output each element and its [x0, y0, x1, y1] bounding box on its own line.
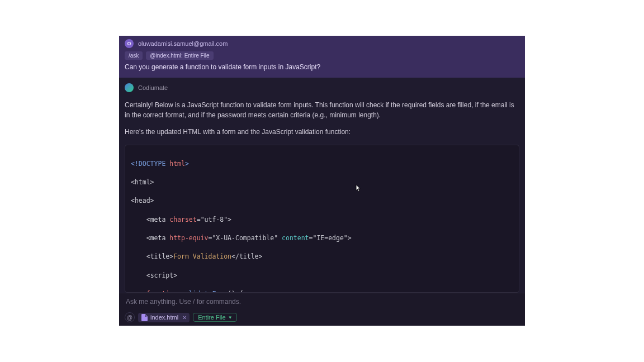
code-token: ="IE=edge">	[309, 234, 352, 242]
user-avatar: O	[125, 39, 134, 48]
user-question: Can you generate a function to validate …	[119, 63, 525, 78]
bot-header: Codiumate	[119, 78, 525, 97]
user-row: O oluwadamisi.samuel@gmail.com	[125, 39, 519, 48]
input-section: Ask me anything. Use / for commands. @ i…	[119, 293, 525, 326]
bot-name: Codiumate	[138, 84, 168, 91]
chat-panel: O oluwadamisi.samuel@gmail.com /ask @ind…	[119, 36, 525, 326]
code-token: html	[169, 160, 185, 168]
close-icon[interactable]: ✕	[181, 315, 187, 321]
bot-message: Codiumate Certainly! Below is a JavaScri…	[119, 78, 525, 293]
scope-chip-label: Entire File	[198, 314, 226, 321]
code-token: <!DOCTYPE	[131, 160, 169, 168]
mention-icon[interactable]: @	[125, 312, 135, 322]
file-icon	[141, 314, 148, 321]
chat-input[interactable]: Ask me anything. Use / for commands.	[119, 293, 525, 310]
bot-reply-p2: Here's the updated HTML with a form and …	[119, 123, 525, 140]
code-token: <title>	[146, 253, 173, 260]
cursor-icon	[356, 184, 361, 192]
bot-avatar-icon	[125, 83, 134, 92]
code-token: ="X-UA-Compatible"	[209, 234, 282, 242]
code-token: <meta	[146, 234, 170, 242]
code-token: <html>	[131, 178, 154, 186]
ask-tag[interactable]: /ask	[125, 51, 143, 60]
code-token: >	[185, 160, 189, 168]
code-token: Form Validation	[173, 253, 231, 260]
tags-row: /ask @index.html: Entire File	[125, 51, 519, 60]
chevron-down-icon: ▼	[228, 315, 233, 320]
code-token: charset	[169, 216, 196, 223]
bot-reply-p1: Certainly! Below is a JavaScript functio…	[119, 97, 525, 123]
file-chip[interactable]: index.html ✕	[138, 313, 190, 322]
code-token: <script>	[146, 272, 177, 279]
file-chip-label: index.html	[150, 314, 178, 321]
code-token: <meta	[146, 216, 170, 223]
code-token: http-equiv	[169, 234, 208, 242]
user-email: oluwadamisi.samuel@gmail.com	[138, 40, 228, 47]
code-token: content	[282, 234, 309, 242]
code-block[interactable]: <!DOCTYPE html> <html> <head> <meta char…	[125, 145, 519, 293]
context-row: @ index.html ✕ Entire File ▼	[119, 310, 525, 326]
scope-chip[interactable]: Entire File ▼	[193, 313, 236, 322]
code-token: </title>	[231, 253, 262, 260]
code-token: ="utf-8">	[197, 216, 231, 223]
code-token: <head>	[131, 197, 154, 204]
scope-tag[interactable]: @index.html: Entire File	[146, 51, 213, 60]
user-message-header: O oluwadamisi.samuel@gmail.com /ask @ind…	[119, 36, 525, 63]
